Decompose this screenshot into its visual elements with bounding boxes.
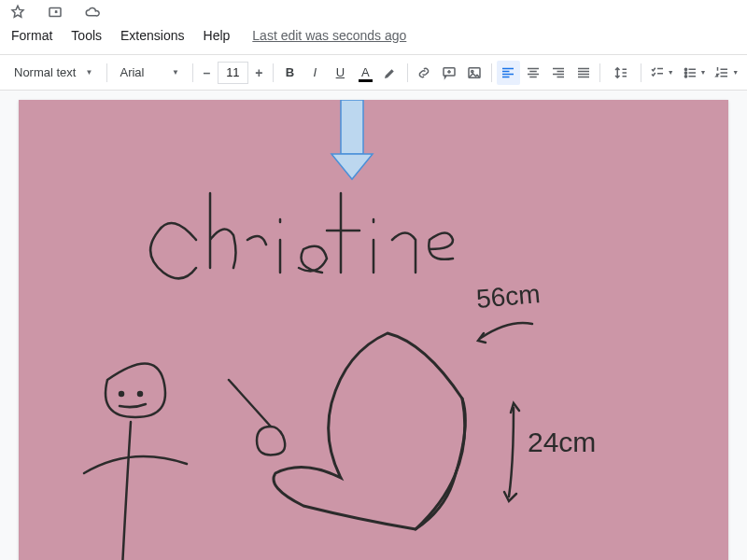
add-comment-button[interactable] [438,61,461,85]
svg-point-3 [472,70,473,72]
font-size-increase-button[interactable]: + [250,61,268,85]
cloud-icon[interactable] [80,0,105,24]
separator [273,63,274,82]
menu-tools[interactable]: Tools [63,24,109,47]
label-24cm: 24cm [528,427,596,458]
checklist-button[interactable]: ▼ [646,61,677,85]
chevron-down-icon: ▼ [700,69,707,76]
svg-marker-8 [331,154,373,179]
last-edit-link[interactable]: Last edit was seconds ago [252,28,406,43]
align-left-button[interactable] [497,61,520,85]
paragraph-style-select[interactable]: Normal text ▼ [6,61,102,85]
font-family-select[interactable]: Arial ▼ [111,61,187,85]
align-center-button[interactable] [522,61,545,85]
font-size-decrease-button[interactable]: – [198,61,216,85]
italic-button[interactable]: I [303,61,327,85]
menu-help[interactable]: Help [196,24,238,47]
arrow-shape [331,100,373,179]
svg-point-4 [684,68,686,70]
font-size-input[interactable]: 11 [218,62,248,84]
font-family-label: Arial [120,65,144,79]
line-spacing-button[interactable] [605,61,636,85]
separator [599,63,600,82]
separator [491,63,492,82]
highlight-color-button[interactable] [379,61,402,85]
measure-56cm [478,323,532,343]
separator [407,63,408,82]
menu-format[interactable]: Format [4,24,60,47]
insert-link-button[interactable] [413,61,436,85]
chevron-down-icon: ▼ [732,69,739,76]
paragraph-style-label: Normal text [14,65,76,79]
text-color-button[interactable]: A [354,61,377,85]
separator [192,63,193,82]
svg-point-10 [138,392,142,396]
move-icon[interactable] [43,0,67,24]
label-56cm: 56cm [475,279,542,315]
chevron-down-icon: ▼ [172,68,179,77]
menu-extensions[interactable]: Extensions [113,24,191,47]
underline-button[interactable]: U [329,61,352,85]
svg-point-6 [684,75,686,77]
kite-shape [274,333,465,529]
insert-image-button[interactable] [463,61,486,85]
bulleted-list-button[interactable]: ▼ [679,61,710,85]
handwriting-title [150,193,453,278]
toolbar: Normal text ▼ Arial ▼ – 11 + B I U A [0,55,747,91]
page-drawing [19,100,728,560]
measure-24cm [504,403,519,501]
svg-rect-7 [341,100,363,154]
separator [106,63,107,82]
svg-point-5 [684,71,686,73]
menubar: Format Tools Extensions Help Last edit w… [0,22,747,55]
pointer-shape [229,380,285,455]
numbered-list-button[interactable]: ▼ [711,61,741,85]
chevron-down-icon: ▼ [668,69,674,76]
align-justify-button[interactable] [571,61,595,85]
document-canvas[interactable]: 56cm 24cm [0,91,747,560]
bold-button[interactable]: B [278,61,302,85]
stick-figure [84,364,187,561]
star-icon[interactable] [6,0,30,24]
svg-point-9 [120,392,123,396]
document-page[interactable]: 56cm 24cm [19,100,728,560]
chevron-down-icon: ▼ [86,68,93,77]
separator [641,63,641,82]
align-right-button[interactable] [547,61,571,85]
